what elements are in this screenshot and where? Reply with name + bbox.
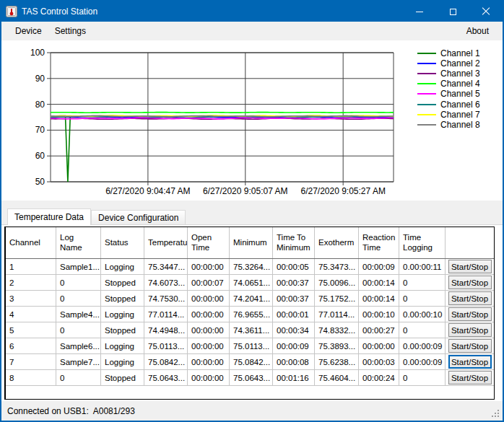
cell-status[interactable]: Logging [101,338,144,353]
tab-temperature-data[interactable]: Temperature Data [7,208,91,225]
cell-status[interactable]: Stopped [101,275,144,290]
start-stop-button[interactable]: Start/Stop [448,276,492,289]
cell-log-name[interactable]: 0 [56,322,101,338]
cell-status[interactable]: Stopped [101,291,144,306]
cell-time-logging[interactable]: 0 [399,370,446,385]
cell-reaction-time[interactable]: 00:00:10 [359,307,399,322]
cell-exotherm[interactable]: 74.8332... [315,322,359,338]
cell-time-logging[interactable]: 0.00:00:11 [399,259,446,274]
cell-channel[interactable]: 3 [6,291,56,306]
cell-time-to-minimum[interactable]: 00:00:05 [273,259,315,274]
cell-temperature[interactable]: 75.3447... [144,259,188,274]
start-stop-button[interactable]: Start/Stop [448,371,492,384]
maximize-button[interactable] [436,1,469,22]
cell-time-to-minimum[interactable]: 00:00:34 [273,322,315,338]
cell-open-time[interactable]: 00:00:00 [188,354,230,369]
cell-log-name[interactable]: Sample7... [56,354,101,369]
cell-exotherm[interactable]: 75.3473... [315,259,359,274]
tab-device-configuration[interactable]: Device Configuration [91,210,186,224]
cell-temperature[interactable]: 75.0113... [144,338,188,353]
cell-log-name[interactable]: 0 [56,275,101,290]
cell-time-to-minimum[interactable]: 00:01:16 [273,370,315,385]
cell-channel[interactable]: 2 [6,275,56,290]
start-stop-button[interactable]: Start/Stop [448,291,492,305]
cell-minimum[interactable]: 75.3264... [230,259,273,274]
column-header-status[interactable]: Status [101,227,144,258]
cell-log-name[interactable]: 0 [56,370,101,385]
cell-open-time[interactable]: 00:00:00 [188,370,230,385]
cell-exotherm[interactable]: 75.6238... [315,354,359,369]
cell-temperature[interactable]: 74.4948... [144,322,188,338]
column-header-buttons[interactable] [446,227,494,258]
cell-time-to-minimum[interactable]: 00:00:09 [273,338,315,353]
column-header-reaction-time[interactable]: Reaction Time [359,227,399,258]
cell-channel[interactable]: 7 [6,354,56,369]
cell-channel[interactable]: 6 [6,338,56,353]
start-stop-button[interactable]: Start/Stop [448,323,492,337]
column-header-open-time[interactable]: Open Time [188,227,230,258]
cell-time-to-minimum[interactable]: 00:00:37 [273,275,315,290]
cell-log-name[interactable]: Sample4... [56,307,101,322]
cell-minimum[interactable]: 74.3611... [230,322,273,338]
cell-reaction-time[interactable]: 00:00:24 [359,370,399,385]
cell-time-logging[interactable]: 0 [399,291,446,306]
resize-grip[interactable] [492,410,500,418]
column-header-time-logging[interactable]: Time Logging [399,227,446,258]
cell-open-time[interactable]: 00:00:00 [188,259,230,274]
cell-status[interactable]: Logging [101,354,144,369]
cell-reaction-time[interactable]: 00:00:03 [359,354,399,369]
cell-time-logging[interactable]: 0 [399,322,446,338]
cell-log-name[interactable]: Sample6... [56,338,101,353]
column-header-minimum[interactable]: Minimum [230,227,273,258]
column-header-temperatu[interactable]: Temperatu [144,227,188,258]
cell-open-time[interactable]: 00:00:07 [188,275,230,290]
cell-minimum[interactable]: 75.0113... [230,338,273,353]
cell-reaction-time[interactable]: 00:00:09 [359,259,399,274]
cell-exotherm[interactable]: 75.0096... [315,275,359,290]
start-stop-button[interactable]: Start/Stop [448,307,492,321]
cell-temperature[interactable]: 75.0643... [144,370,188,385]
cell-temperature[interactable]: 74.6073... [144,275,188,290]
thermometer-icon[interactable] [6,6,17,17]
start-stop-button[interactable]: Start/Stop [448,260,492,273]
cell-exotherm[interactable]: 75.4604... [315,370,359,385]
cell-channel[interactable]: 4 [6,307,56,322]
column-header-exotherm[interactable]: Exotherm [315,227,359,258]
cell-time-logging[interactable]: 0.00:00:09 [399,338,446,353]
cell-status[interactable]: Logging [101,259,144,274]
cell-time-to-minimum[interactable]: 00:00:08 [273,354,315,369]
cell-exotherm[interactable]: 75.3893... [315,338,359,353]
column-header-channel[interactable]: Channel [6,227,56,258]
cell-reaction-time[interactable]: 00:00:00 [359,338,399,353]
cell-channel[interactable]: 1 [6,259,56,274]
cell-status[interactable]: Stopped [101,322,144,338]
menu-item-about[interactable]: About [460,26,495,36]
cell-channel[interactable]: 5 [6,322,56,338]
start-stop-button[interactable]: Start/Stop [448,339,492,353]
cell-minimum[interactable]: 75.0842... [230,354,273,369]
menu-item-settings[interactable]: Settings [48,26,92,36]
column-header-time-to-minimum[interactable]: Time To Minimum [273,227,315,258]
cell-open-time[interactable]: 00:00:00 [188,322,230,338]
cell-minimum[interactable]: 74.0651... [230,275,273,290]
minimize-button[interactable] [403,1,436,22]
cell-time-to-minimum[interactable]: 00:00:01 [273,307,315,322]
start-stop-button[interactable]: Start/Stop [448,355,492,369]
cell-open-time[interactable]: 00:00:00 [188,338,230,353]
cell-channel[interactable]: 8 [6,370,56,385]
cell-open-time[interactable]: 00:00:00 [188,307,230,322]
cell-status[interactable]: Logging [101,307,144,322]
menu-item-device[interactable]: Device [9,26,48,36]
cell-status[interactable]: Stopped [101,370,144,385]
cell-log-name[interactable]: 0 [56,291,101,306]
cell-reaction-time[interactable]: 00:00:14 [359,275,399,290]
cell-temperature[interactable]: 77.0114... [144,307,188,322]
cell-temperature[interactable]: 74.7530... [144,291,188,306]
cell-exotherm[interactable]: 75.1752... [315,291,359,306]
cell-reaction-time[interactable]: 00:00:14 [359,291,399,306]
cell-time-logging[interactable]: 0 [399,275,446,290]
cell-log-name[interactable]: Sample1... [56,259,101,274]
cell-time-logging[interactable]: 0.00:00:10 [399,307,446,322]
cell-open-time[interactable]: 00:00:00 [188,291,230,306]
cell-exotherm[interactable]: 77.0114... [315,307,359,322]
